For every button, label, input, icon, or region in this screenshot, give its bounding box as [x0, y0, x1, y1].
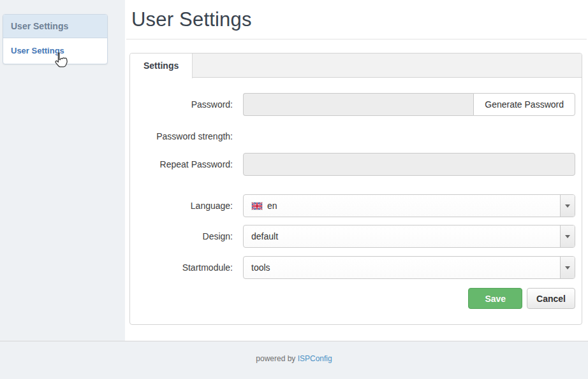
- form-actions-row: Save Cancel: [130, 288, 575, 309]
- sidebar-panel-title: User Settings: [3, 15, 107, 38]
- password-strength-row: Password strength:: [130, 130, 575, 143]
- sidebar: User Settings User Settings: [0, 0, 125, 341]
- ispconfig-link[interactable]: ISPConfig: [298, 354, 332, 363]
- startmodule-dropdown-arrow-icon[interactable]: [560, 257, 575, 278]
- page: User Settings User Settings User Setting…: [0, 0, 588, 379]
- settings-panel: Settings Password: Generate Password Pas…: [129, 53, 582, 325]
- generate-password-button[interactable]: Generate Password: [473, 93, 575, 116]
- password-row: Password: Generate Password: [130, 93, 575, 116]
- repeat-password-row: Repeat Password:: [130, 153, 575, 176]
- password-strength-label: Password strength:: [130, 131, 243, 141]
- password-input[interactable]: [243, 93, 473, 116]
- design-selected-value: default: [251, 231, 278, 241]
- language-select[interactable]: en: [243, 194, 575, 217]
- sidebar-item-user-settings[interactable]: User Settings: [11, 46, 64, 55]
- design-row: Design: default: [130, 225, 575, 248]
- tab-bar: Settings: [130, 54, 582, 78]
- main-content: User Settings Settings Password: Generat…: [125, 0, 588, 341]
- startmodule-row: Startmodule: tools: [130, 256, 575, 279]
- language-selected-value: en: [267, 201, 277, 211]
- sidebar-panel: User Settings User Settings: [3, 14, 108, 64]
- save-button[interactable]: Save: [468, 288, 522, 309]
- design-select[interactable]: default: [243, 225, 575, 248]
- settings-form: Password: Generate Password Password str…: [130, 78, 582, 324]
- page-title: User Settings: [131, 8, 587, 31]
- tab-settings[interactable]: Settings: [130, 54, 193, 78]
- language-label: Language:: [130, 201, 243, 211]
- design-dropdown-arrow-icon[interactable]: [560, 225, 575, 247]
- sidebar-panel-body: User Settings: [3, 38, 107, 64]
- startmodule-selected-value: tools: [251, 262, 270, 273]
- language-row: Language:: [130, 194, 575, 217]
- title-divider: [126, 39, 587, 39]
- design-label: Design:: [130, 231, 243, 241]
- language-dropdown-arrow-icon[interactable]: [560, 195, 575, 217]
- cancel-button[interactable]: Cancel: [527, 288, 575, 309]
- powered-by-text: powered by: [256, 354, 295, 363]
- startmodule-label: Startmodule:: [130, 262, 243, 273]
- page-footer: powered by ISPConfig: [0, 341, 588, 379]
- repeat-password-input[interactable]: [243, 153, 575, 176]
- startmodule-select[interactable]: tools: [243, 256, 575, 279]
- repeat-password-label: Repeat Password:: [130, 159, 243, 169]
- uk-flag-icon: [251, 202, 263, 210]
- password-label: Password:: [130, 99, 243, 110]
